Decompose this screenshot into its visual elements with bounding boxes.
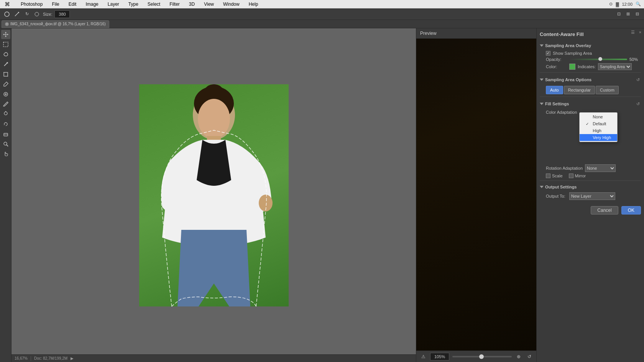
menu-image[interactable]: Image [84, 1, 100, 8]
menu-edit[interactable]: Edit [67, 1, 78, 8]
right-panel: ☰ × Content-Aware Fill Sampling Area Ove… [537, 28, 644, 362]
zoom-tool[interactable] [1, 139, 10, 149]
custom-btn[interactable]: Custom [596, 86, 619, 94]
mirror-checkbox[interactable] [569, 174, 573, 178]
mirror-option: Mirror [569, 174, 586, 178]
file-tab[interactable]: × IMG_6343_плохой_фон.tif @ 16,7% (Layer… [2, 20, 109, 28]
svg-point-8 [4, 112, 7, 115]
sampling-options-reset-btn[interactable]: ↺ [635, 77, 641, 83]
scale-checkbox[interactable] [546, 174, 550, 178]
color-row: Color: Indicates: Sampling Area [544, 63, 641, 70]
opacity-slider[interactable] [569, 59, 627, 60]
zoom-slider-thumb[interactable] [479, 354, 484, 359]
crop-tool[interactable] [1, 70, 10, 79]
sampling-area-options-section: Sampling Area Options ↺ Auto Rectangular… [540, 75, 641, 94]
hand-tool[interactable] [1, 149, 10, 159]
tab-filename: IMG_6343_плохой_фон.tif @ 16,7% (Layer 1… [10, 22, 106, 26]
color-swatch[interactable] [569, 64, 575, 70]
menu-window[interactable]: Window [222, 1, 241, 8]
scale-option: Scale [546, 174, 563, 178]
heal-tool[interactable] [1, 90, 10, 99]
output-settings-header[interactable]: Output Settings [540, 183, 641, 191]
menu-layer[interactable]: Layer [106, 1, 121, 8]
canvas-wrapper [139, 84, 289, 306]
clone-tool[interactable] [1, 110, 10, 119]
fill-settings-header[interactable]: Fill Settings ↺ [540, 99, 641, 108]
preview-warning-icon[interactable]: ⚠ [419, 353, 427, 360]
indicates-select[interactable]: Sampling Area [598, 63, 632, 70]
tab-close-btn[interactable]: × [5, 22, 9, 26]
dropdown-very-high[interactable]: Very High [580, 134, 617, 141]
sampling-area-overlay-title: Sampling Area Overlay [545, 43, 591, 48]
show-sampling-label: Show Sampling Area [553, 51, 592, 56]
brush-mode-btn[interactable] [13, 10, 21, 18]
menu-3d[interactable]: 3D [187, 1, 196, 8]
canvas-area[interactable]: 16,67% Doc: 82,7M/199,2M ▶ [12, 28, 416, 362]
cancel-button[interactable]: Cancel [591, 206, 618, 215]
scale-label: Scale [552, 174, 563, 178]
menu-help[interactable]: Help [247, 1, 260, 8]
divider-3 [540, 180, 641, 181]
dropdown-default[interactable]: ✓ Default [580, 120, 617, 127]
dropdown-high[interactable]: High [580, 127, 617, 134]
sampling-area-options-header[interactable]: Sampling Area Options ↺ [540, 75, 641, 84]
svg-line-13 [7, 145, 8, 146]
menu-filter[interactable]: Filter [168, 1, 181, 8]
svg-point-17 [198, 99, 230, 139]
canvas-content [139, 84, 289, 306]
size-input[interactable] [54, 10, 70, 18]
refresh-btn[interactable]: ↻ [23, 10, 31, 18]
collapse-triangle-2 [540, 79, 544, 81]
ok-button[interactable]: OK [621, 206, 641, 215]
system-icons: ⊙ ▓ 12:00 🔍 [609, 2, 641, 7]
wifi-icon: ⊙ [609, 2, 613, 7]
magic-wand-tool[interactable] [1, 60, 10, 69]
person-svg [139, 84, 289, 306]
auto-btn[interactable]: Auto [546, 86, 563, 94]
output-settings-content: Output To: New Layer Duplicate Layer Cur… [540, 192, 641, 200]
output-settings-title: Output Settings [545, 185, 577, 189]
output-select[interactable]: New Layer Duplicate Layer Current Layer [569, 192, 615, 200]
menu-type[interactable]: Type [127, 1, 140, 8]
rotation-adaptation-row: Rotation Adaptation None [544, 164, 641, 172]
rectangular-btn[interactable]: Rectangular [564, 86, 595, 94]
menu-select[interactable]: Select [146, 1, 162, 8]
show-sampling-checkbox[interactable] [546, 51, 550, 56]
marquee-tool[interactable] [1, 40, 10, 49]
lasso-tool[interactable] [1, 50, 10, 59]
fill-settings-reset-btn[interactable]: ↺ [635, 101, 641, 107]
eyedropper-tool[interactable] [1, 80, 10, 89]
brush-tool-btn[interactable] [3, 10, 11, 18]
fill-settings-title: Fill Settings [545, 102, 569, 106]
search-icon[interactable]: 🔍 [636, 2, 641, 7]
preview-expand-icon[interactable]: ⊕ [515, 353, 522, 360]
zoom-slider[interactable] [452, 356, 512, 357]
menu-view[interactable]: View [202, 1, 215, 8]
preview-reset-icon[interactable]: ↺ [526, 353, 533, 360]
very-high-label: Very High [593, 135, 611, 140]
panel-menu-icon[interactable]: ☰ [630, 29, 636, 35]
size-label: Size: [43, 12, 52, 16]
opacity-thumb[interactable] [598, 57, 602, 61]
eraser-tool[interactable] [1, 129, 10, 139]
move-tool[interactable] [1, 30, 10, 39]
dropdown-none[interactable]: None [580, 113, 617, 120]
color-label: Color: [546, 64, 567, 69]
menu-file[interactable]: File [50, 1, 61, 8]
zoom-display: 105% [430, 353, 449, 360]
panel-close-icon[interactable]: × [637, 29, 643, 35]
menu-photoshop[interactable]: Photoshop [19, 1, 44, 8]
history-brush-tool[interactable] [1, 120, 10, 129]
arrange-btn[interactable]: ⊞ [624, 10, 632, 18]
brush-tool[interactable] [1, 100, 10, 109]
mirror-label: Mirror [575, 174, 586, 178]
zoom-fit-btn[interactable]: ⊡ [615, 10, 623, 18]
rotation-adaptation-select[interactable]: None [585, 164, 616, 172]
tab-bar: × IMG_6343_плохой_фон.tif @ 16,7% (Layer… [0, 20, 644, 28]
panel-collapse-btn[interactable]: ⊟ [633, 10, 641, 18]
svg-point-4 [7, 62, 8, 64]
collapse-triangle-4 [540, 186, 544, 188]
apple-menu[interactable]: ⌘ [3, 0, 12, 8]
doc-size: Doc: 82,7M/199,2M [34, 356, 67, 360]
sampling-area-overlay-header[interactable]: Sampling Area Overlay [540, 42, 641, 49]
